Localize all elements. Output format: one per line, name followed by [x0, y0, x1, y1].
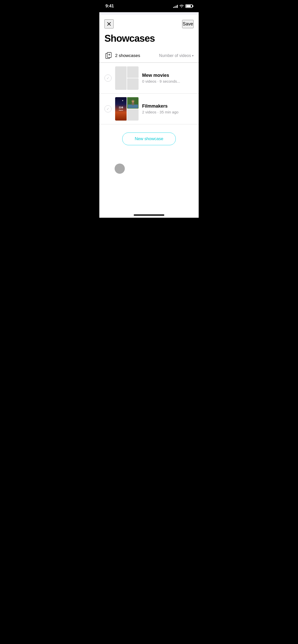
new-showcase-button[interactable]: New showcase: [122, 133, 176, 145]
showcase-list: ✓ Mew movies 0 videos · 9 seconds... ✓: [99, 63, 199, 124]
new-showcase-section: New showcase: [99, 124, 199, 153]
showcase-info: Mew movies 0 videos · 9 seconds...: [142, 73, 194, 83]
thumbnail-top-right: [127, 66, 139, 78]
filter-left: 2 showcases: [104, 52, 140, 60]
showcase-name: Filmmakers: [142, 104, 194, 109]
filter-bar: 2 showcases Number of videos ▾: [99, 49, 199, 63]
close-icon: [106, 21, 112, 26]
svg-point-10: [131, 100, 134, 101]
thumbnail-grid: 日本 Japan: [115, 97, 139, 121]
status-icons: [173, 4, 193, 8]
showcase-item[interactable]: ✓ 日本 Japan: [99, 94, 199, 124]
showcase-item[interactable]: ✓ Mew movies 0 videos · 9 seconds...: [99, 63, 199, 94]
check-circle[interactable]: ✓: [104, 105, 112, 112]
home-indicator: [99, 209, 199, 218]
sort-label: Number of videos: [159, 53, 191, 58]
showcase-count: 2 showcases: [115, 53, 140, 58]
thumbnail-empty: [127, 109, 139, 121]
main-content: Save Showcases 2 showcases: [99, 15, 199, 218]
bottom-indicator: [99, 153, 199, 179]
showcase-meta: 2 videos · 35 min ago: [142, 110, 194, 114]
battery-icon: [185, 4, 193, 8]
add-showcase-icon[interactable]: [104, 52, 113, 60]
showcase-info: Filmmakers 2 videos · 35 min ago: [142, 104, 194, 114]
close-button[interactable]: [104, 19, 114, 28]
checkmark-icon: ✓: [106, 107, 110, 111]
fisherman-thumbnail: [127, 97, 139, 109]
checkmark-icon: ✓: [106, 76, 110, 80]
chevron-down-icon: ▾: [192, 54, 194, 57]
indicator-dot: [115, 164, 125, 174]
wifi-icon: [179, 4, 184, 8]
signal-icon: [173, 4, 178, 8]
thumbnail-grid: [115, 66, 139, 90]
page-title: Showcases: [104, 33, 194, 44]
save-button[interactable]: Save: [182, 20, 194, 28]
sort-button[interactable]: Number of videos ▾: [159, 53, 194, 58]
thumbnail-large: [115, 66, 127, 90]
status-time: 9:41: [105, 4, 114, 9]
page-title-section: Showcases: [99, 31, 199, 49]
nav-bar: Save: [99, 15, 199, 31]
japan-thumbnail: 日本 Japan: [115, 97, 127, 121]
check-circle[interactable]: ✓: [104, 75, 112, 82]
home-bar: [134, 214, 164, 216]
sheet-handle-area: [99, 12, 199, 15]
thumbnail-bottom-right: [127, 78, 139, 90]
showcase-meta: 0 videos · 9 seconds...: [142, 79, 194, 83]
showcase-name: Mew movies: [142, 73, 194, 78]
status-bar: 9:41: [99, 0, 199, 12]
